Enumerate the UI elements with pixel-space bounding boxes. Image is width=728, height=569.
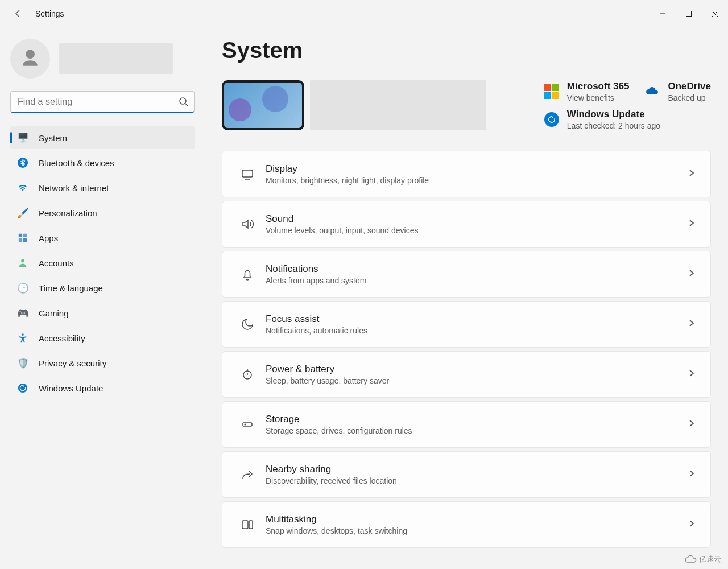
card-storage[interactable]: StorageStorage space, drives, configurat… [222, 401, 711, 448]
avatar [10, 39, 50, 79]
svg-rect-5 [19, 238, 22, 242]
nav-item-accounts[interactable]: Accounts [10, 251, 195, 274]
nearby-sharing-icon [235, 468, 260, 481]
maximize-button[interactable] [676, 5, 702, 23]
nav-item-system[interactable]: 🖥️System [10, 126, 195, 149]
chevron-right-icon [688, 469, 698, 480]
card-description: Monitors, brightness, night light, displ… [266, 176, 429, 185]
page-title: System [222, 38, 711, 63]
chevron-right-icon [688, 169, 698, 179]
nav-list: 🖥️SystemBluetooth & devicesNetwork & int… [10, 126, 195, 399]
card-power-battery[interactable]: Power & batterySleep, battery usage, bat… [222, 351, 711, 398]
power-battery-icon [235, 368, 260, 381]
sidebar: 🖥️SystemBluetooth & devicesNetwork & int… [0, 27, 205, 569]
nav-icon: 🛡️ [17, 357, 28, 369]
card-nearby-sharing[interactable]: Nearby sharingDiscoverability, received … [222, 451, 711, 498]
svg-rect-0 [686, 11, 692, 17]
card-title: Notifications [266, 263, 366, 275]
profile-name-redacted [59, 43, 173, 74]
nav-label: Bluetooth & devices [39, 158, 114, 168]
nav-icon [17, 382, 28, 394]
nav-item-network-internet[interactable]: Network & internet [10, 176, 195, 199]
svg-rect-6 [23, 238, 27, 242]
app-title: Settings [35, 9, 64, 18]
card-focus-assist[interactable]: Focus assistNotifications, automatic rul… [222, 301, 711, 348]
svg-rect-12 [243, 423, 252, 426]
svg-rect-10 [242, 170, 253, 177]
nav-item-windows-update[interactable]: Windows Update [10, 377, 195, 399]
card-notifications[interactable]: NotificationsAlerts from apps and system [222, 251, 711, 298]
nav-icon: 🎮 [17, 307, 28, 319]
card-title: Power & battery [266, 364, 389, 375]
watermark: 亿速云 [684, 554, 721, 564]
nav-icon [17, 232, 28, 244]
nav-icon [17, 332, 28, 344]
nav-icon [17, 257, 28, 269]
windows-update-icon [544, 112, 559, 127]
card-title: Storage [266, 414, 412, 425]
nav-item-accessibility[interactable]: Accessibility [10, 327, 195, 349]
nav-label: Time & language [39, 283, 103, 293]
microsoft-365-icon [544, 84, 559, 99]
titlebar: Settings [0, 0, 728, 27]
card-description: Alerts from apps and system [266, 276, 366, 285]
card-title: Nearby sharing [266, 464, 397, 475]
nav-label: Accessibility [39, 333, 85, 343]
search-input[interactable] [10, 91, 195, 113]
nav-icon: 🕒 [17, 282, 28, 294]
user-icon [19, 48, 41, 69]
notifications-icon [235, 267, 260, 281]
card-description: Snap windows, desktops, task switching [266, 526, 407, 535]
sound-icon [235, 217, 260, 231]
nav-label: System [39, 133, 67, 143]
card-sound[interactable]: SoundVolume levels, output, input, sound… [222, 201, 711, 248]
card-title: Focus assist [266, 314, 367, 325]
profile-block[interactable] [10, 39, 195, 79]
main-panel: System Microsoft 365View benefits OneDri… [205, 27, 728, 569]
status-windows-update[interactable]: Windows UpdateLast checked: 2 hours ago [544, 108, 711, 130]
device-thumbnail[interactable] [222, 80, 304, 130]
card-description: Discoverability, received files location [266, 476, 397, 485]
card-title: Display [266, 163, 429, 175]
minimize-button[interactable] [650, 5, 676, 23]
chevron-right-icon [688, 419, 698, 430]
status-sub: View benefits [567, 93, 630, 102]
nav-item-time-language[interactable]: 🕒Time & language [10, 277, 195, 299]
nav-item-apps[interactable]: Apps [10, 226, 195, 249]
card-title: Multitasking [266, 514, 407, 525]
focus-assist-icon [235, 318, 260, 331]
nav-icon [17, 182, 28, 193]
nav-item-bluetooth-devices[interactable]: Bluetooth & devices [10, 151, 195, 174]
svg-point-13 [245, 424, 246, 425]
chevron-right-icon [688, 269, 698, 279]
card-multitasking[interactable]: MultitaskingSnap windows, desktops, task… [222, 501, 711, 548]
status-onedrive[interactable]: OneDriveBacked up [645, 80, 711, 102]
svg-point-7 [21, 259, 24, 263]
nav-label: Accounts [39, 258, 74, 268]
chevron-right-icon [688, 319, 698, 329]
minimize-icon [659, 10, 666, 17]
status-m365[interactable]: Microsoft 365View benefits [544, 80, 630, 102]
svg-point-1 [180, 98, 186, 104]
search-box[interactable] [10, 91, 195, 113]
nav-label: Gaming [39, 308, 69, 318]
card-display[interactable]: DisplayMonitors, brightness, night light… [222, 151, 711, 197]
svg-rect-3 [19, 234, 22, 237]
svg-rect-14 [242, 521, 248, 529]
close-button[interactable] [702, 5, 728, 23]
status-title: Windows Update [567, 109, 660, 120]
svg-rect-4 [23, 234, 27, 237]
card-description: Storage space, drives, configuration rul… [266, 426, 412, 435]
close-icon [712, 10, 718, 17]
onedrive-icon [645, 84, 660, 99]
nav-icon: 🖥️ [17, 132, 28, 143]
back-button[interactable] [9, 5, 27, 23]
nav-label: Network & internet [39, 183, 109, 193]
nav-item-privacy-security[interactable]: 🛡️Privacy & security [10, 352, 195, 374]
status-title: OneDrive [668, 81, 711, 92]
search-icon [179, 97, 189, 107]
device-info-redacted [310, 80, 486, 130]
svg-rect-15 [249, 521, 253, 529]
nav-item-gaming[interactable]: 🎮Gaming [10, 302, 195, 324]
nav-item-personalization[interactable]: 🖌️Personalization [10, 201, 195, 224]
